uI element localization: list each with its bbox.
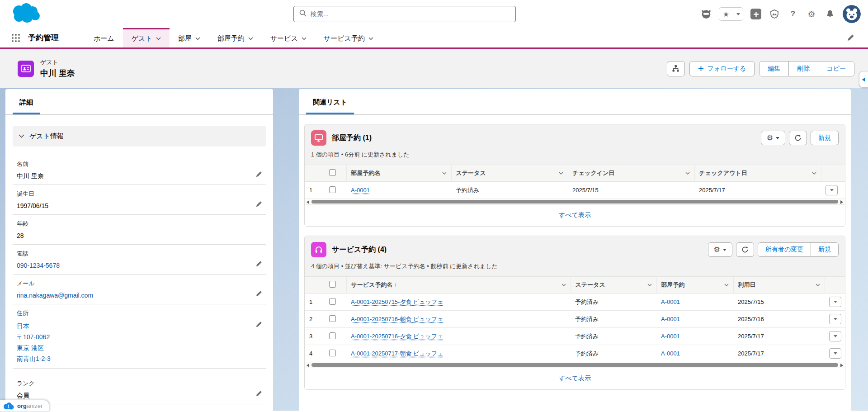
nav-tab-home[interactable]: ホーム — [85, 28, 123, 47]
scroll-right-arrow[interactable] — [840, 364, 843, 367]
tab-details[interactable]: 詳細 — [13, 98, 40, 114]
user-avatar[interactable] — [843, 5, 861, 23]
room-card-title[interactable]: 部屋予約 (1) — [332, 133, 372, 143]
nav-tab-room[interactable]: 部屋 — [170, 28, 209, 47]
room-reservation-table: 部屋予約名 ステータス チェックイン日 — [305, 165, 845, 199]
service-reservation-icon — [311, 242, 326, 257]
service-list-refresh-button[interactable] — [736, 242, 754, 257]
row-checkbox[interactable] — [325, 182, 346, 199]
usage-date-cell: 2025/7/16 — [733, 311, 825, 328]
hierarchy-button[interactable] — [667, 61, 685, 76]
follow-button[interactable]: フォローする — [689, 61, 755, 76]
row-actions-button[interactable] — [829, 297, 841, 307]
scrollbar-thumb[interactable] — [311, 200, 838, 204]
horizontal-scrollbar[interactable] — [305, 362, 845, 368]
trailhead-icon[interactable] — [769, 8, 780, 20]
organizer-label: organizer — [17, 403, 42, 409]
edit-pencil-icon[interactable] — [256, 390, 262, 398]
change-owner-button[interactable]: 所有者の変更 — [758, 243, 811, 256]
column-header-room-reservation[interactable]: 部屋予約 — [656, 277, 733, 294]
edit-button[interactable]: 編集 — [760, 62, 788, 76]
service-list-settings-button[interactable]: ⚙ — [708, 242, 732, 257]
room-reservation-link[interactable]: A-0001 — [661, 333, 680, 340]
select-all-checkbox[interactable] — [325, 277, 346, 294]
search-input[interactable] — [311, 10, 510, 18]
email-link[interactable]: rina.nakagawa@gmail.com — [17, 291, 246, 300]
notification-bell-icon[interactable] — [824, 8, 836, 20]
scroll-left-arrow[interactable] — [307, 200, 309, 204]
room-reservation-link[interactable]: A-0001 — [661, 316, 680, 322]
room-card-footer: すべて表示 — [305, 205, 845, 226]
row-checkbox[interactable] — [325, 294, 346, 311]
room-list-refresh-button[interactable] — [789, 131, 807, 145]
row-number: 2 — [305, 311, 325, 328]
nav-tab-guest[interactable]: ゲスト — [123, 28, 170, 47]
room-reservation-link[interactable]: A-0001 — [661, 298, 680, 305]
room-show-all-link[interactable]: すべて表示 — [559, 211, 591, 218]
collapse-panel-button[interactable] — [859, 71, 868, 88]
nav-tab-service[interactable]: サービス — [262, 28, 315, 47]
caret-down-icon — [723, 249, 726, 253]
setup-gear-icon[interactable]: ⚙ — [806, 8, 817, 20]
nav-edit-pencil-icon[interactable] — [847, 34, 854, 43]
service-reservation-link[interactable]: A-0001-20250715-夕食 ビュッフェ — [351, 298, 443, 305]
row-checkbox[interactable] — [325, 328, 346, 345]
select-all-checkbox[interactable] — [325, 165, 346, 182]
row-number: 1 — [305, 182, 325, 199]
scroll-left-arrow[interactable] — [307, 364, 309, 367]
edit-pencil-icon[interactable] — [256, 321, 262, 329]
salesforce-app: ★ ? ⚙ 予約管理 ホーム — [0, 0, 868, 412]
edit-pencil-icon[interactable] — [256, 290, 262, 298]
service-show-all-link[interactable]: すべて表示 — [559, 374, 591, 382]
edit-pencil-icon[interactable] — [256, 260, 262, 269]
section-guest-info[interactable]: ゲスト情報 — [13, 126, 266, 147]
nav-tab-room-reservation[interactable]: 部屋予約 — [209, 28, 262, 47]
organizer-extension-badge[interactable]: organizer — [0, 400, 49, 412]
service-card-title[interactable]: サービス予約 (4) — [332, 245, 387, 255]
checkout-cell: 2025/7/17 — [694, 182, 821, 199]
room-list-settings-button[interactable]: ⚙ — [761, 131, 785, 145]
table-row: 1 A-0001-20250715-夕食 ビュッフェ 予約済み A-0001 2… — [305, 294, 845, 311]
row-actions-button[interactable] — [826, 185, 838, 195]
column-header-checkin-date[interactable]: チェックイン日 — [568, 165, 694, 182]
tab-related-lists[interactable]: 関連リスト — [306, 98, 354, 114]
service-new-button[interactable]: 新規 — [811, 243, 838, 256]
column-header-service-reservation-name[interactable]: サービス予約名 ↑ — [346, 277, 571, 294]
row-actions-button[interactable] — [829, 314, 841, 324]
column-header-room-reservation-name[interactable]: 部屋予約名 — [346, 165, 451, 182]
row-checkbox[interactable] — [325, 345, 346, 362]
favorite-star-button[interactable]: ★ — [719, 8, 733, 20]
edit-pencil-icon[interactable] — [256, 171, 262, 179]
app-launcher-icon[interactable] — [12, 34, 20, 42]
row-actions-button[interactable] — [829, 348, 841, 359]
room-new-button[interactable]: 新規 — [811, 131, 839, 145]
record-action-bar: フォローする 編集 削除 コピー — [667, 61, 854, 76]
address-link[interactable]: 日本 〒107-0062 東京 港区 南青山1-2-3 — [17, 321, 246, 364]
status-cell: 予約済み — [571, 345, 656, 362]
field-name: 名前 中川 里奈 — [13, 158, 266, 185]
horizontal-scrollbar[interactable] — [305, 199, 845, 205]
delete-button[interactable]: 削除 — [788, 62, 818, 76]
scroll-right-arrow[interactable] — [840, 200, 843, 204]
help-icon[interactable]: ? — [787, 8, 799, 20]
row-actions-button[interactable] — [829, 331, 841, 341]
room-reservation-link[interactable]: A-0001 — [661, 350, 680, 357]
service-reservation-link[interactable]: A-0001-20250716-夕食 ビュッフェ — [351, 333, 443, 340]
copy-button[interactable]: コピー — [818, 62, 854, 76]
service-reservation-link[interactable]: A-0001-20250716-朝食 ビュッフェ — [351, 316, 443, 322]
einstein-icon[interactable] — [700, 8, 712, 20]
room-reservation-link[interactable]: A-0001 — [351, 187, 370, 194]
global-actions-icon[interactable] — [750, 8, 762, 20]
service-reservation-link[interactable]: A-0001-20250717-朝食 ビュッフェ — [351, 350, 443, 357]
scrollbar-thumb[interactable] — [311, 363, 838, 367]
phone-link[interactable]: 090-1234-5678 — [17, 261, 246, 270]
edit-pencil-icon[interactable] — [256, 201, 262, 209]
row-checkbox[interactable] — [325, 311, 346, 328]
column-header-checkout-date[interactable]: チェックアウト日 — [694, 165, 821, 182]
column-header-status[interactable]: ステータス — [571, 277, 656, 294]
nav-tab-service-reservation[interactable]: サービス予約 — [315, 28, 382, 47]
favorites-dropdown-button[interactable] — [733, 8, 743, 20]
column-header-status[interactable]: ステータス — [451, 165, 568, 182]
column-header-usage-date[interactable]: 利用日 — [733, 277, 825, 294]
field-birthday: 誕生日 1997/06/15 — [13, 188, 266, 215]
